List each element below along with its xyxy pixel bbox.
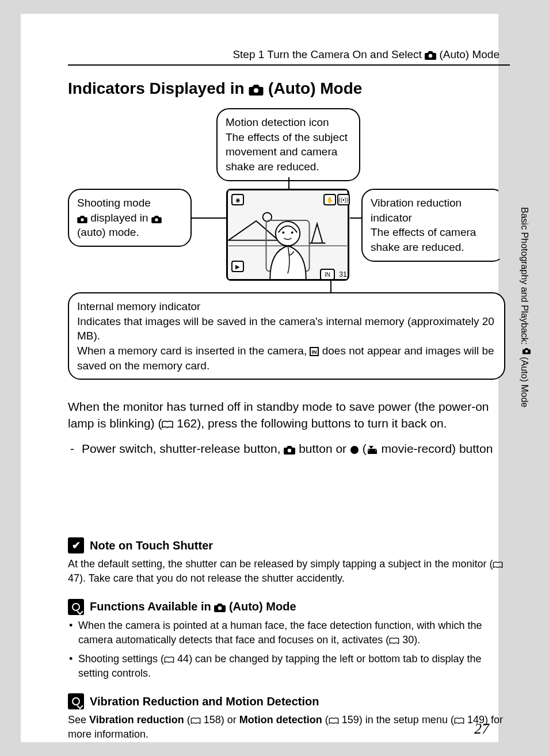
book-icon [190,717,201,724]
in-icon: IN [310,347,319,356]
circle-icon [350,445,359,455]
svg-point-1 [254,88,258,93]
camera-icon [523,348,531,354]
note-bullet: Shooting settings ( 44) can be changed b… [68,652,510,681]
tip-icon [68,693,84,709]
paper-area: Step 1 Turn the Camera On and Select (Au… [21,14,498,742]
connector [350,217,361,219]
note-heading: Vibration Reduction and Motion Detection [68,693,510,709]
connector [288,177,289,189]
connector [192,217,226,219]
title-post: (Auto) Mode [264,79,362,97]
camera-icon [151,215,162,223]
n2-title-pre: Functions Available in [90,600,214,613]
side-label-pre: Basic Photography and Playback: [520,207,529,348]
mem-l3-pre: When a memory card is inserted in the ca… [77,345,310,357]
body-paragraph: When the monitor has turned off in stand… [68,398,510,432]
bullet-mid: button or [295,442,350,455]
title-pre: Indicators Displayed in [68,79,249,97]
n2b1-pre: When the camera is pointed at a human fa… [78,620,482,646]
n3-title: Vibration Reduction and Motion Detection [90,695,319,708]
mode-chip-icon: ◉ [231,194,244,205]
n2-title-post: (Auto) Mode [226,600,296,613]
svg-point-12 [288,449,291,452]
n3-md-ref: 159 [339,714,359,726]
page-number: 27 [474,720,489,738]
note-bullet: When the camera is pointed at a human fa… [68,618,510,647]
n3-vr-ref: 158 [201,714,221,726]
bullet-paren-open: ( [359,442,367,455]
book-icon [389,637,399,644]
note-touch-shutter: Note on Touch Shutter At the default set… [68,537,510,586]
separator [68,64,510,66]
body-bullet: Power switch, shutter-release button, bu… [68,440,510,457]
n1-post: ). Take care that you do not release the… [79,572,345,584]
note-bullets: When the camera is pointed at a human fa… [68,618,510,681]
n3-pre: See [68,714,89,726]
book-icon [164,656,174,663]
camera-icon [284,445,295,455]
book-icon [454,717,464,724]
side-label: Basic Photography and Playback: (Auto) M… [519,207,531,437]
n3-md: Motion detection [239,714,322,726]
svg-text:IN: IN [312,349,317,355]
n2b1-ref: 30 [399,634,414,646]
page-title: Indicators Displayed in (Auto) Mode [68,79,510,98]
n3-vr: Vibration reduction [89,714,184,726]
camera-icon [77,215,87,223]
n1-ref: 47 [68,572,79,584]
bullet-pre: Power switch, shutter-release button, [82,442,284,455]
callout-internal-memory: Internal memory indicator Indicates that… [68,292,505,380]
n2b1-post: ). [414,634,420,646]
lcd-preview: ◉ ✋ ((•)) ▶ IN 31 [226,189,349,281]
note-functions-available: Functions Available in (Auto) Mode When … [68,599,510,681]
callout-motion-detection: Motion detection icon The effects of the… [216,108,360,181]
breadcrumb-text-post: (Auto) Mode [436,48,500,60]
connector [330,281,331,292]
vr-chip-icon: ((•)) [337,194,350,205]
svg-point-13 [350,446,359,454]
book-icon [493,562,503,568]
note-body: At the default setting, the shutter can … [68,557,510,586]
svg-point-2 [81,218,83,221]
mem-l1: Internal memory indicator [77,300,200,312]
motion-chip-icon: ✋ [323,194,336,205]
tip-icon [68,599,84,615]
note-heading: Functions Available in (Auto) Mode [68,599,510,615]
p1-ref: 162 [173,417,197,430]
book-icon [162,421,173,429]
n2b2-pre: Shooting settings ( [78,653,164,665]
internal-memory-chip-icon: IN [320,269,335,280]
page: Step 1 Turn the Camera On and Select (Au… [0,0,549,756]
book-icon [329,717,339,724]
camera-icon [249,84,264,96]
svg-point-7 [276,222,300,246]
n3-mid: ) or [221,714,239,726]
callout-vibration-reduction: Vibration reduction indicator The effect… [361,189,505,262]
svg-point-14 [218,606,222,610]
n3-mid2: ) in the setup menu ( [359,714,454,726]
note-title: Note on Touch Shutter [90,539,213,552]
note-vr-motion: Vibration Reduction and Motion Detection… [68,693,510,742]
note-heading: Note on Touch Shutter [68,537,510,553]
camera-icon [425,51,436,60]
svg-point-9 [291,231,293,234]
svg-point-3 [155,218,158,221]
camera-icon [214,603,226,612]
breadcrumb-text-pre: Step 1 Turn the Camera On and Select [232,48,425,60]
n1-pre: At the default setting, the shutter can … [68,558,493,570]
p1-post: ), press the following buttons to turn i… [197,417,447,430]
callout-shoot-l1: Shooting mode [77,197,151,209]
movie-record-icon [367,445,378,455]
bullet-paren-close: movie-record) button [378,442,493,455]
mem-l2: Indicates that images will be saved in t… [77,315,494,342]
callout-shooting-mode: Shooting mode displayed in (auto) mode. [68,189,192,247]
diagram: Motion detection icon The effects of the… [68,108,505,390]
n2b2-ref: 44 [174,653,189,665]
svg-point-15 [525,350,528,352]
content-area: Step 1 Turn the Camera On and Select (Au… [68,48,510,742]
play-chip-icon: ▶ [231,261,244,272]
side-label-post: (Auto) Mode [520,354,529,407]
svg-point-8 [282,231,284,234]
svg-point-0 [429,54,432,58]
